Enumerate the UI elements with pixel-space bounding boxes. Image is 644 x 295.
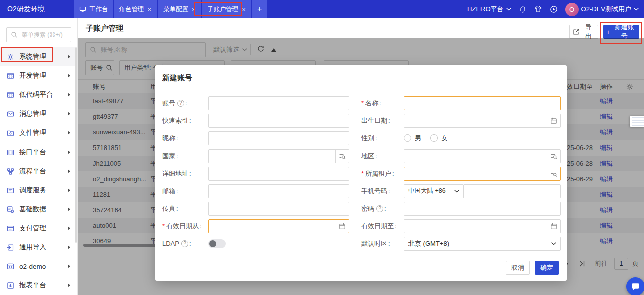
quick-index-input[interactable] (209, 114, 349, 127)
lookup-button-region[interactable] (547, 150, 560, 163)
sidebar-item-system[interactable]: 系统管理 (0, 47, 77, 66)
nickname-input[interactable] (209, 132, 349, 145)
confirm-button[interactable]: 确定 (535, 261, 559, 275)
fax-input-box (208, 202, 349, 216)
modal-title: 新建账号 (162, 73, 192, 83)
label-colon: : (379, 99, 381, 107)
play-circle-icon[interactable] (550, 5, 558, 13)
tab-workbench[interactable]: 工作台 (74, 0, 113, 18)
system-icon (7, 53, 14, 61)
calendar-button-valid-from[interactable] (336, 220, 349, 233)
sidebar-item-o2-demo[interactable]: o2-demo (0, 257, 77, 276)
password-input-box (404, 202, 561, 216)
sidebar-scrollbar[interactable] (75, 47, 77, 243)
field-control-nickname (208, 129, 349, 147)
fax-input[interactable] (209, 202, 349, 215)
ldap-toggle[interactable] (208, 239, 226, 248)
field-label-text: 性别 (361, 134, 374, 143)
database-icon (7, 206, 14, 213)
field-label-text: 账号 (162, 99, 175, 108)
name-input[interactable] (404, 97, 560, 110)
user-menu[interactable]: O O2-DEV测试用户 (565, 3, 639, 16)
sidebar-item-base-data[interactable]: 基础数据 (0, 200, 77, 219)
close-icon[interactable]: × (241, 6, 246, 13)
valid-to-input[interactable] (404, 220, 547, 233)
sidebar-item-label: 文件管理 (19, 128, 68, 137)
valid-from-input[interactable] (209, 220, 336, 233)
calendar-button-valid-to[interactable] (547, 220, 560, 233)
label-colon: : (395, 222, 397, 230)
field-label-text: 所属租户 (365, 169, 391, 178)
help-icon[interactable]: ? (177, 100, 184, 107)
chat-icon (631, 282, 640, 291)
valid-from-input-box (208, 219, 349, 233)
sidebar-item-file[interactable]: 文件管理 (0, 123, 77, 142)
calendar-button-birth-date[interactable] (547, 114, 560, 127)
tab-sub-account[interactable]: 子账户管理× (202, 0, 251, 18)
bell-icon[interactable] (519, 5, 527, 13)
assistant-widget-button[interactable] (626, 277, 644, 295)
lookup-button-tenant[interactable] (547, 167, 560, 180)
field-label-phone: 手机号码: (361, 182, 404, 200)
tab-menu-config[interactable]: 菜单配置× (158, 0, 201, 18)
sidebar-item-lowcode[interactable]: 低代码平台 (0, 85, 77, 104)
sidebar-item-workflow[interactable]: 流程平台 (0, 162, 77, 181)
radio-label-gender-0: 男 (415, 134, 421, 143)
field-label-text: 有效日期至 (361, 222, 394, 231)
sidebar-item-schedule[interactable]: 调度服务 (0, 181, 77, 200)
field-label-text: LDAP (162, 240, 179, 247)
export-button[interactable]: 导出 (569, 25, 598, 39)
close-icon[interactable]: × (191, 6, 196, 13)
radio-gender-0[interactable] (404, 134, 411, 142)
create-account-button[interactable]: + 新建账号 (603, 25, 639, 39)
sidebar-item-payment[interactable]: 支付管理 (0, 219, 77, 238)
phone-country-select[interactable]: 中国大陆 +86 (404, 184, 464, 198)
email-input[interactable] (209, 185, 349, 198)
sidebar-item-dev[interactable]: 开发管理 (0, 66, 77, 85)
sidebar-item-interface[interactable]: 接口平台 (0, 142, 77, 162)
region-input[interactable] (404, 150, 547, 163)
timezone-select[interactable]: 北京 (GMT+8) (404, 237, 561, 251)
name-input-box (404, 96, 561, 110)
radio-gender-1[interactable] (430, 134, 438, 142)
flow-icon (7, 168, 14, 175)
sidebar-item-label: 系统管理 (19, 52, 68, 61)
screenshot-thumbnail (630, 116, 644, 127)
country-input-box (208, 149, 349, 163)
timezone-select-value: 北京 (GMT+8) (408, 239, 551, 248)
sidebar-item-message[interactable]: 消息管理 (0, 104, 77, 123)
label-colon: : (185, 99, 187, 107)
chevron-right-icon (68, 245, 70, 249)
field-label-ldap: LDAP?: (162, 235, 208, 252)
account-input[interactable] (209, 97, 349, 110)
new-tab-button[interactable]: + (252, 0, 267, 18)
label-colon: : (375, 152, 377, 160)
menu-search-box[interactable] (6, 27, 71, 42)
lookup-button-country[interactable] (335, 150, 349, 163)
label-colon: : (176, 205, 178, 212)
sidebar-item-report[interactable]: 报表平台 (0, 276, 77, 295)
username-label: O2-DEV测试用户 (581, 5, 631, 14)
help-icon[interactable]: ? (181, 240, 188, 247)
password-input[interactable] (404, 202, 560, 215)
phone-input[interactable] (464, 185, 560, 198)
tab-role[interactable]: 角色管理× (114, 0, 157, 18)
country-input[interactable] (209, 150, 335, 163)
help-icon[interactable]: ? (376, 205, 383, 212)
modal-form: 账号?:*名称:快速索引:出生日期:昵称:性别:男女国家:地区:详细地址:*所属… (162, 94, 561, 252)
address-input[interactable] (209, 167, 349, 180)
required-marker: * (361, 99, 364, 107)
tenant-input[interactable] (404, 167, 547, 180)
close-icon[interactable]: × (147, 6, 152, 13)
sidebar-item-import[interactable]: 通用导入 (0, 238, 77, 257)
chevron-right-icon (68, 74, 70, 78)
platform-switcher[interactable]: HZERO平台 (467, 5, 511, 14)
theme-shirt-icon[interactable] (534, 5, 542, 13)
form-gap (349, 112, 361, 129)
field-label-quick-index: 快速索引: (162, 112, 208, 129)
birth-date-input[interactable] (404, 114, 547, 127)
page-title: 子账户管理 (86, 18, 123, 38)
menu-search-input[interactable] (21, 31, 67, 39)
cancel-button[interactable]: 取消 (506, 261, 530, 275)
toggle-knob (209, 240, 216, 247)
